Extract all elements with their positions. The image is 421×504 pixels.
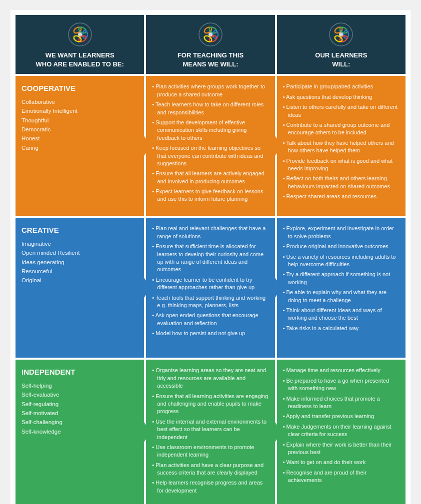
- arrow-icon: [144, 422, 151, 442]
- header-col3: OUR LEARNERS WILL:: [277, 15, 406, 74]
- list-item: Open minded Resilient: [22, 248, 138, 257]
- list-item: Imaginative: [22, 239, 138, 248]
- list-item: Collaborative: [22, 97, 138, 106]
- list-item: Use the internal and external environmen…: [152, 418, 268, 441]
- list-item: Help learners recognise progress and are…: [152, 479, 268, 495]
- list-item: Teach learners how to take on different …: [152, 101, 268, 116]
- svg-point-20: [339, 32, 343, 36]
- header-col1: WE WANT LEARNERS WHO ARE ENABLED TO BE:: [16, 15, 144, 74]
- list-item: Ask open ended questions that encourage …: [152, 312, 268, 327]
- list-item: Self-helping: [22, 381, 138, 390]
- cell-2-col2: Organise learning areas so they are neat…: [146, 360, 274, 504]
- list-item: Plan activities and have a clear purpose…: [152, 462, 268, 477]
- list-item: Reflect on both theirs and others learni…: [283, 175, 400, 190]
- list-item: Use a variety of resources including adu…: [283, 253, 400, 269]
- list-item: Plan real and relevant challenges that h…: [152, 225, 268, 240]
- cell-2-col1: INDEPENDENTSelf-helpingSelf-evaluativeSe…: [16, 360, 144, 504]
- list-item: Ensure that all learners are actively en…: [152, 170, 268, 185]
- svg-point-6: [78, 32, 82, 36]
- list-item: Democratic: [22, 125, 138, 134]
- header-title-3: OUR LEARNERS WILL:: [315, 51, 367, 69]
- list-item: Respect shared areas and resources: [283, 193, 400, 200]
- list-item: Produce original and innovative outcomes: [283, 243, 400, 250]
- list-item: Self-motivated: [22, 409, 138, 418]
- list-item: Ensure that all learning activities are …: [152, 393, 268, 416]
- list-item: Make Judgements on their learning agains…: [283, 423, 400, 439]
- list-item: Resourceful: [22, 267, 138, 276]
- cell-0-col3: Participate in group/paired activitiesAs…: [277, 76, 406, 216]
- header-col2: FOR TEACHING THIS MEANS WE WILL:: [146, 15, 274, 74]
- list-item: Emotionally Intelligent: [22, 106, 138, 115]
- arrow-icon: [275, 136, 282, 156]
- list-item: Encourage learner to be confident to try…: [152, 276, 268, 292]
- list-item: Want to get on and do their work: [283, 459, 400, 466]
- cell-2-col3: Manage time and resources effectivelyBe …: [277, 360, 406, 504]
- list-item: Use classroom environments to promote in…: [152, 444, 268, 459]
- cell-1-col1: CREATIVEImaginativeOpen minded Resilient…: [16, 218, 144, 358]
- list-item: Self-evaluative: [22, 390, 138, 399]
- list-item: Self-regulating: [22, 400, 138, 409]
- list-item: Explore, experiment and investigate in o…: [283, 225, 400, 240]
- list-item: Ask questions that develop thinking: [283, 93, 400, 101]
- cell-1-col3: Explore, experiment and investigate in o…: [277, 218, 406, 358]
- list-item: Ensure that sufficient time is allocated…: [152, 243, 268, 274]
- list-item: Original: [22, 276, 138, 285]
- list-item: Self-knowledge: [22, 427, 138, 436]
- list-item: Plan activities where groups work togeth…: [152, 83, 268, 98]
- list-item: Expect learners to give feedback on less…: [152, 188, 268, 203]
- logo-icon-3: [328, 22, 354, 47]
- arrow-icon: [144, 278, 151, 298]
- row-orange: COOPERATIVECollaborativeEmotionally Inte…: [16, 76, 406, 216]
- list-item: Try a different approach if something is…: [283, 271, 400, 286]
- cell-0-col2: Plan activities where groups work togeth…: [146, 76, 274, 216]
- list-item: Self-challenging: [22, 418, 138, 427]
- list-item: Contribute to a shared group outcome and…: [283, 121, 400, 137]
- heading-0: COOPERATIVE: [22, 83, 138, 94]
- list-item: Provide feedback on what is good and wha…: [283, 157, 400, 173]
- arrow-icon: [275, 422, 282, 442]
- logo-icon-2: [198, 22, 223, 47]
- list-item: Listen to others carefully and take on d…: [283, 103, 400, 119]
- list-item: Teach tools that support thinking and wo…: [152, 294, 268, 310]
- list-item: Apply and transfer previous learning: [283, 413, 400, 420]
- svg-point-13: [208, 32, 212, 36]
- header: WE WANT LEARNERS WHO ARE ENABLED TO BE: …: [16, 15, 406, 74]
- list-item: Explain where their work is better than …: [283, 441, 400, 457]
- cell-1-col2: Plan real and relevant challenges that h…: [146, 218, 274, 358]
- list-item: Recognise and are proud of their achieve…: [283, 469, 400, 485]
- list-item: Make informed choices that promote a rea…: [283, 395, 400, 411]
- logo-icon: [68, 22, 92, 47]
- page: WE WANT LEARNERS WHO ARE ENABLED TO BE: …: [10, 10, 410, 504]
- list-item: Organise learning areas so they are neat…: [152, 367, 268, 390]
- list-item: Be prepared to have a go when presented …: [283, 377, 400, 393]
- row-green: INDEPENDENTSelf-helpingSelf-evaluativeSe…: [16, 360, 406, 504]
- list-item: Think about different ideas and ways of …: [283, 307, 400, 322]
- header-title-2: FOR TEACHING THIS MEANS WE WILL:: [178, 51, 244, 69]
- main-grid: COOPERATIVECollaborativeEmotionally Inte…: [16, 76, 406, 504]
- list-item: Talk about how they have helped others a…: [283, 139, 400, 155]
- list-item: Take risks in a calculated way: [283, 325, 400, 332]
- arrow-icon: [144, 136, 151, 156]
- cell-0-col1: COOPERATIVECollaborativeEmotionally Inte…: [16, 76, 144, 216]
- list-item: Thoughtful: [22, 116, 138, 125]
- list-item: Participate in group/paired activities: [283, 83, 400, 90]
- list-item: Keep focused on the learning objectives …: [152, 144, 268, 167]
- list-item: Ideas generating: [22, 258, 138, 267]
- row-blue: CREATIVEImaginativeOpen minded Resilient…: [16, 218, 406, 358]
- list-item: Model how to persist and not give up: [152, 330, 268, 337]
- arrow-icon: [275, 278, 282, 298]
- list-item: Honest: [22, 134, 138, 143]
- heading-1: CREATIVE: [22, 225, 138, 236]
- header-title-1: WE WANT LEARNERS WHO ARE ENABLED TO BE:: [36, 51, 124, 69]
- heading-2: INDEPENDENT: [22, 367, 138, 378]
- list-item: Manage time and resources effectively: [283, 367, 400, 374]
- list-item: Be able to explain why and what they are…: [283, 289, 400, 304]
- list-item: Caring: [22, 143, 138, 152]
- list-item: Support the development of effective com…: [152, 119, 268, 142]
